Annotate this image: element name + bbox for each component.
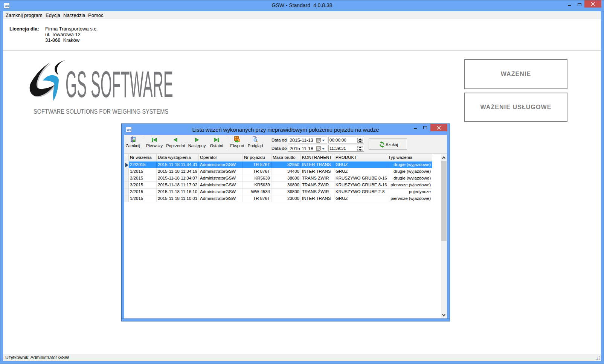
- svg-text:SOFTWARE SOLUTIONS FOR WEIGHIN: SOFTWARE SOLUTIONS FOR WEIGHING SYSTEMS: [34, 108, 168, 115]
- svg-text:GSW: GSW: [127, 128, 131, 131]
- svg-text:GSW: GSW: [5, 5, 9, 7]
- svg-text:GS SOFTWARE: GS SOFTWARE: [66, 63, 173, 105]
